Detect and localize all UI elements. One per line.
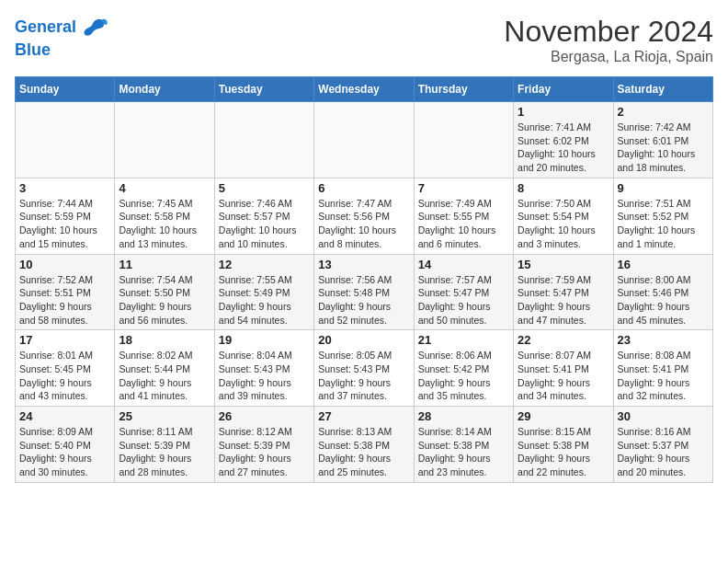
calendar-cell: 5Sunrise: 7:46 AM Sunset: 5:57 PM Daylig… [214, 178, 313, 254]
calendar-cell: 6Sunrise: 7:47 AM Sunset: 5:56 PM Daylig… [314, 178, 414, 254]
day-number: 8 [518, 181, 609, 195]
day-info: Sunrise: 7:42 AM Sunset: 6:01 PM Dayligh… [618, 121, 709, 175]
weekday-header-sunday: Sunday [16, 77, 115, 102]
day-number: 16 [618, 258, 709, 271]
day-number: 23 [618, 333, 709, 347]
weekday-header-saturday: Saturday [613, 77, 712, 102]
day-info: Sunrise: 8:15 AM Sunset: 5:38 PM Dayligh… [518, 425, 609, 479]
calendar-cell [214, 102, 313, 178]
day-info: Sunrise: 8:09 AM Sunset: 5:40 PM Dayligh… [19, 425, 110, 479]
day-info: Sunrise: 8:13 AM Sunset: 5:38 PM Dayligh… [318, 425, 409, 479]
day-number: 17 [19, 333, 110, 347]
calendar-cell: 2Sunrise: 7:42 AM Sunset: 6:01 PM Daylig… [613, 102, 712, 178]
calendar-header: SundayMondayTuesdayWednesdayThursdayFrid… [16, 77, 713, 102]
weekday-header-monday: Monday [115, 77, 214, 102]
day-number: 22 [518, 333, 609, 347]
calendar-week-row: 17Sunrise: 8:01 AM Sunset: 5:45 PM Dayli… [16, 330, 713, 407]
day-info: Sunrise: 8:02 AM Sunset: 5:44 PM Dayligh… [119, 349, 210, 403]
day-number: 15 [518, 258, 609, 271]
day-number: 27 [318, 409, 409, 423]
day-info: Sunrise: 7:44 AM Sunset: 5:59 PM Dayligh… [19, 197, 110, 251]
calendar-cell: 17Sunrise: 8:01 AM Sunset: 5:45 PM Dayli… [16, 330, 115, 407]
day-info: Sunrise: 7:52 AM Sunset: 5:51 PM Dayligh… [19, 273, 110, 327]
calendar-week-row: 3Sunrise: 7:44 AM Sunset: 5:59 PM Daylig… [16, 178, 713, 254]
calendar-cell: 11Sunrise: 7:54 AM Sunset: 5:50 PM Dayli… [115, 254, 214, 330]
day-number: 11 [119, 258, 210, 271]
logo-bird-icon [83, 15, 108, 40]
weekday-header-thursday: Thursday [414, 77, 513, 102]
calendar-cell [115, 102, 214, 178]
calendar-subtitle: Bergasa, La Rioja, Spain [504, 49, 713, 65]
day-number: 26 [219, 409, 310, 423]
calendar-cell: 4Sunrise: 7:45 AM Sunset: 5:58 PM Daylig… [115, 178, 214, 254]
day-info: Sunrise: 8:05 AM Sunset: 5:43 PM Dayligh… [318, 349, 409, 403]
day-number: 14 [418, 258, 509, 271]
calendar-cell [314, 102, 414, 178]
day-number: 24 [19, 409, 110, 423]
day-info: Sunrise: 7:55 AM Sunset: 5:49 PM Dayligh… [219, 273, 310, 327]
day-number: 12 [219, 258, 310, 271]
day-info: Sunrise: 7:57 AM Sunset: 5:47 PM Dayligh… [418, 273, 509, 327]
calendar-title: November 2024 [504, 15, 713, 49]
day-number: 28 [418, 409, 509, 423]
calendar-cell: 7Sunrise: 7:49 AM Sunset: 5:55 PM Daylig… [414, 178, 513, 254]
day-info: Sunrise: 8:04 AM Sunset: 5:43 PM Dayligh… [219, 349, 310, 403]
day-info: Sunrise: 7:41 AM Sunset: 6:02 PM Dayligh… [518, 121, 609, 175]
calendar-cell: 24Sunrise: 8:09 AM Sunset: 5:40 PM Dayli… [16, 407, 115, 483]
calendar-cell [16, 102, 115, 178]
calendar-week-row: 1Sunrise: 7:41 AM Sunset: 6:02 PM Daylig… [16, 102, 713, 178]
calendar-cell: 12Sunrise: 7:55 AM Sunset: 5:49 PM Dayli… [214, 254, 313, 330]
calendar-cell: 30Sunrise: 8:16 AM Sunset: 5:37 PM Dayli… [613, 407, 712, 483]
day-info: Sunrise: 7:49 AM Sunset: 5:55 PM Dayligh… [418, 197, 509, 251]
calendar-week-row: 24Sunrise: 8:09 AM Sunset: 5:40 PM Dayli… [16, 407, 713, 483]
calendar-cell: 28Sunrise: 8:14 AM Sunset: 5:38 PM Dayli… [414, 407, 513, 483]
calendar-cell: 29Sunrise: 8:15 AM Sunset: 5:38 PM Dayli… [514, 407, 613, 483]
calendar-cell: 16Sunrise: 8:00 AM Sunset: 5:46 PM Dayli… [613, 254, 712, 330]
day-info: Sunrise: 7:51 AM Sunset: 5:52 PM Dayligh… [618, 197, 709, 251]
day-info: Sunrise: 8:11 AM Sunset: 5:39 PM Dayligh… [119, 425, 210, 479]
day-number: 3 [19, 181, 110, 195]
calendar-cell: 14Sunrise: 7:57 AM Sunset: 5:47 PM Dayli… [414, 254, 513, 330]
day-info: Sunrise: 7:54 AM Sunset: 5:50 PM Dayligh… [119, 273, 210, 327]
day-info: Sunrise: 8:00 AM Sunset: 5:46 PM Dayligh… [618, 273, 709, 327]
day-info: Sunrise: 8:01 AM Sunset: 5:45 PM Dayligh… [19, 349, 110, 403]
calendar-cell: 3Sunrise: 7:44 AM Sunset: 5:59 PM Daylig… [16, 178, 115, 254]
day-info: Sunrise: 8:06 AM Sunset: 5:42 PM Dayligh… [418, 349, 509, 403]
day-number: 1 [518, 105, 609, 119]
calendar-cell: 20Sunrise: 8:05 AM Sunset: 5:43 PM Dayli… [314, 330, 414, 407]
weekday-header-friday: Friday [514, 77, 613, 102]
calendar-table: SundayMondayTuesdayWednesdayThursdayFrid… [15, 76, 713, 483]
logo-text: General [15, 15, 108, 40]
day-info: Sunrise: 7:59 AM Sunset: 5:47 PM Dayligh… [518, 273, 609, 327]
day-number: 4 [119, 181, 210, 195]
calendar-cell: 10Sunrise: 7:52 AM Sunset: 5:51 PM Dayli… [16, 254, 115, 330]
day-info: Sunrise: 7:56 AM Sunset: 5:48 PM Dayligh… [318, 273, 409, 327]
day-number: 29 [518, 409, 609, 423]
day-info: Sunrise: 7:47 AM Sunset: 5:56 PM Dayligh… [318, 197, 409, 251]
calendar-cell: 27Sunrise: 8:13 AM Sunset: 5:38 PM Dayli… [314, 407, 414, 483]
weekday-header-row: SundayMondayTuesdayWednesdayThursdayFrid… [16, 77, 713, 102]
day-number: 30 [618, 409, 709, 423]
calendar-cell: 23Sunrise: 8:08 AM Sunset: 5:41 PM Dayli… [613, 330, 712, 407]
day-number: 7 [418, 181, 509, 195]
calendar-cell: 26Sunrise: 8:12 AM Sunset: 5:39 PM Dayli… [214, 407, 313, 483]
calendar-cell [414, 102, 513, 178]
day-number: 10 [19, 258, 110, 271]
day-info: Sunrise: 8:12 AM Sunset: 5:39 PM Dayligh… [219, 425, 310, 479]
day-number: 2 [618, 105, 709, 119]
day-info: Sunrise: 8:14 AM Sunset: 5:38 PM Dayligh… [418, 425, 509, 479]
calendar-cell: 21Sunrise: 8:06 AM Sunset: 5:42 PM Dayli… [414, 330, 513, 407]
calendar-cell: 19Sunrise: 8:04 AM Sunset: 5:43 PM Dayli… [214, 330, 313, 407]
day-number: 19 [219, 333, 310, 347]
day-info: Sunrise: 7:46 AM Sunset: 5:57 PM Dayligh… [219, 197, 310, 251]
logo-subtext: Blue [15, 40, 108, 60]
calendar-cell: 13Sunrise: 7:56 AM Sunset: 5:48 PM Dayli… [314, 254, 414, 330]
day-info: Sunrise: 8:08 AM Sunset: 5:41 PM Dayligh… [618, 349, 709, 403]
day-info: Sunrise: 7:45 AM Sunset: 5:58 PM Dayligh… [119, 197, 210, 251]
calendar-cell: 15Sunrise: 7:59 AM Sunset: 5:47 PM Dayli… [514, 254, 613, 330]
calendar-cell: 22Sunrise: 8:07 AM Sunset: 5:41 PM Dayli… [514, 330, 613, 407]
weekday-header-wednesday: Wednesday [314, 77, 414, 102]
calendar-cell: 1Sunrise: 7:41 AM Sunset: 6:02 PM Daylig… [514, 102, 613, 178]
day-info: Sunrise: 8:16 AM Sunset: 5:37 PM Dayligh… [618, 425, 709, 479]
day-number: 25 [119, 409, 210, 423]
